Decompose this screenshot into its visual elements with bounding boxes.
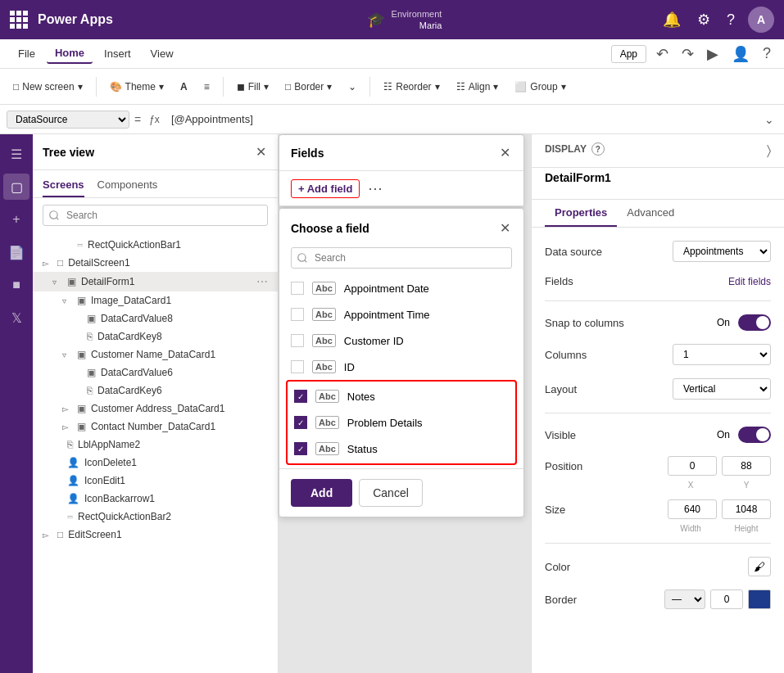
notification-button[interactable]: 🔔 — [659, 7, 684, 32]
user-button[interactable]: 👤 — [728, 42, 753, 66]
menu-home[interactable]: Home — [47, 43, 93, 64]
field-label: Customer ID — [344, 335, 404, 347]
choose-item-id[interactable]: Abc ID — [286, 354, 517, 380]
right-panel-expand-button[interactable]: 〉 — [767, 143, 771, 158]
visible-toggle[interactable] — [738, 427, 771, 443]
formula-expand-button[interactable]: ⌄ — [761, 110, 777, 129]
tree-item-image-datacard1[interactable]: ▿ ▣ Image_DataCard1 — [33, 291, 278, 309]
choose-item-customer-id[interactable]: Abc Customer ID — [286, 327, 517, 354]
avatar[interactable]: A — [748, 7, 774, 33]
data-source-select[interactable]: Appointments — [673, 241, 771, 262]
new-screen-button[interactable]: □ New screen ▾ — [7, 78, 89, 96]
item-label: IconBackarrow1 — [84, 493, 268, 504]
fields-more-button[interactable]: ⋯ — [366, 178, 384, 199]
add-button[interactable]: Add — [291, 479, 352, 507]
redo-button[interactable]: ↷ — [678, 42, 697, 66]
more-options-icon[interactable]: ⋯ — [256, 275, 268, 288]
snap-to-columns-toggle[interactable] — [738, 314, 771, 331]
tree-item-editscreen1[interactable]: ▻ □ EditScreen1 — [33, 526, 278, 544]
align-button[interactable]: ☷ Align ▾ — [450, 78, 505, 96]
display-help-icon[interactable]: ? — [591, 142, 605, 156]
datasource-select[interactable]: DataSource — [7, 111, 129, 129]
checkbox-customer-id[interactable] — [291, 334, 304, 347]
tree-item-contactnumber-datacard1[interactable]: ▻ ▣ Contact Number_DataCard1 — [33, 418, 278, 436]
tab-properties[interactable]: Properties — [545, 200, 617, 227]
help-button[interactable]: ? — [723, 8, 738, 32]
sidebar-plus-icon[interactable]: + — [3, 206, 29, 233]
checkbox-appointment-date[interactable] — [291, 282, 304, 295]
columns-select[interactable]: 1 — [673, 344, 771, 365]
layout-label: Layout — [545, 383, 635, 395]
fields-close-button[interactable]: ✕ — [498, 143, 512, 162]
undo-button[interactable]: ↶ — [653, 42, 672, 66]
app-button[interactable]: App — [611, 45, 646, 63]
tree-item-datacardvalue6[interactable]: ▣ DataCardValue6 — [33, 364, 278, 382]
choose-item-notes[interactable]: ✓ Abc Notes — [289, 383, 514, 409]
tab-screens[interactable]: Screens — [43, 175, 84, 197]
checkbox-problem-details[interactable]: ✓ — [294, 416, 307, 429]
tree-search-input[interactable] — [43, 205, 268, 226]
position-x-input[interactable] — [668, 456, 717, 476]
group-button[interactable]: ⬜ Group ▾ — [508, 78, 572, 96]
tree-item-iconedit1[interactable]: 👤 IconEdit1 — [33, 472, 278, 490]
sidebar-variable-icon[interactable]: 𝕏 — [3, 305, 29, 331]
fx-button[interactable]: ƒx — [146, 112, 163, 127]
choose-item-appointment-time[interactable]: Abc Appointment Time — [286, 301, 517, 327]
position-y-input[interactable] — [722, 456, 771, 476]
tree-item-rectquickactionbar2[interactable]: ⎓ RectQuickActionBar2 — [33, 508, 278, 526]
help-button-2[interactable]: ? — [759, 42, 774, 65]
play-button[interactable]: ▶ — [704, 42, 722, 66]
checkbox-appointment-time[interactable] — [291, 308, 304, 321]
theme-button[interactable]: 🎨 Theme ▾ — [103, 78, 170, 96]
right-panel-content: Data source Appointments Fields Edit fie… — [532, 228, 784, 673]
tree-item-customername-datacard1[interactable]: ▿ ▣ Customer Name_DataCard1 — [33, 346, 278, 364]
sidebar-menu-icon[interactable]: ☰ — [3, 141, 29, 167]
choose-field-search-input[interactable] — [291, 247, 512, 269]
tree-item-datacardvalue8[interactable]: ▣ DataCardValue8 — [33, 309, 278, 327]
color-picker-button[interactable]: 🖌 — [748, 557, 771, 576]
tree-item-detailscreen1[interactable]: ▻ □ DetailScreen1 — [33, 254, 278, 272]
tree-item-iconbackarrow1[interactable]: 👤 IconBackarrow1 — [33, 490, 278, 508]
checkbox-notes[interactable]: ✓ — [294, 390, 307, 403]
menu-file[interactable]: File — [10, 44, 43, 63]
tab-advanced[interactable]: Advanced — [617, 200, 684, 227]
choose-item-problem-details[interactable]: ✓ Abc Problem Details — [289, 409, 514, 436]
border-width-input[interactable] — [710, 589, 743, 609]
tree-item-datacardkey6[interactable]: ⎘ DataCardKey6 — [33, 382, 278, 400]
reorder-button[interactable]: ☷ Reorder ▾ — [377, 78, 446, 96]
edit-fields-link[interactable]: Edit fields — [728, 276, 771, 287]
align-text-button[interactable]: ≡ — [197, 78, 216, 96]
formula-input[interactable] — [168, 111, 756, 127]
border-color-swatch[interactable] — [748, 589, 771, 609]
tree-item-lblappname2[interactable]: ⎘ LblAppName2 — [33, 436, 278, 454]
waffle-icon[interactable] — [10, 11, 28, 29]
tree-item-customeraddress-datacard1[interactable]: ▻ ▣ Customer Address_DataCard1 — [33, 400, 278, 418]
border-style-select[interactable]: — — [664, 589, 705, 609]
choose-field-close-button[interactable]: ✕ — [498, 219, 512, 237]
size-height-input[interactable] — [722, 499, 771, 519]
tab-components[interactable]: Components — [97, 175, 158, 197]
tree-item-detailform1[interactable]: ▿ ▣ DetailForm1 ⋯ — [33, 272, 278, 291]
menu-view[interactable]: View — [143, 44, 182, 63]
choose-item-appointment-date[interactable]: Abc Appointment Date — [286, 275, 517, 301]
sidebar-screens-icon[interactable]: ▢ — [3, 174, 29, 200]
menu-insert[interactable]: Insert — [96, 44, 139, 63]
chevron-down-button[interactable]: ⌄ — [342, 78, 363, 96]
settings-button[interactable]: ⚙ — [694, 7, 714, 32]
choose-item-status[interactable]: ✓ Abc Status — [289, 436, 514, 462]
text-format-button[interactable]: A — [174, 78, 194, 96]
fill-button[interactable]: ◼ Fill ▾ — [230, 78, 275, 96]
sidebar-data-icon[interactable]: 📄 — [3, 239, 29, 265]
tree-item-rectquickactionbar1[interactable]: ⎓ RectQuickActionBar1 — [33, 236, 278, 254]
size-width-input[interactable] — [668, 499, 717, 519]
tree-close-button[interactable]: ✕ — [254, 142, 268, 161]
checkbox-status[interactable]: ✓ — [294, 442, 307, 455]
border-button[interactable]: □ Border ▾ — [279, 78, 338, 96]
tree-item-datacardkey8[interactable]: ⎘ DataCardKey8 — [33, 327, 278, 346]
add-field-button[interactable]: + Add field — [291, 179, 360, 198]
checkbox-id[interactable] — [291, 360, 304, 373]
layout-select[interactable]: Vertical — [673, 378, 771, 400]
cancel-button[interactable]: Cancel — [359, 479, 423, 507]
sidebar-component-icon[interactable]: ■ — [3, 272, 29, 298]
tree-item-icondelete1[interactable]: 👤 IconDelete1 — [33, 454, 278, 472]
